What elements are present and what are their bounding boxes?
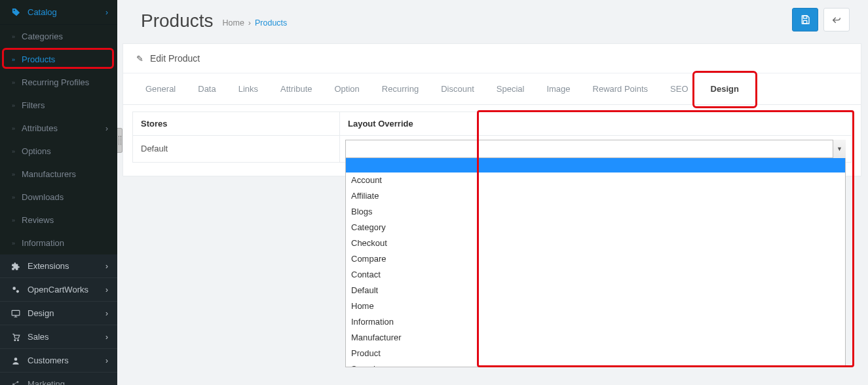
svg-point-2 (16, 290, 19, 293)
sidebar-item-information[interactable]: » Information (0, 232, 117, 254)
panel-heading-label: Edit Product (150, 53, 200, 64)
tab-reward-points[interactable]: Reward Points (582, 73, 659, 104)
sidebar-item-products[interactable]: » Products (0, 48, 117, 71)
dropdown-option[interactable]: Blogs (346, 204, 845, 220)
sidebar-item-label: Extensions (28, 261, 69, 271)
dropdown-toggle[interactable]: ▼ (833, 140, 846, 158)
double-chevron-icon: » (12, 217, 15, 224)
tab-attribute[interactable]: Attribute (270, 73, 322, 104)
layout-override-header: Layout Override (340, 112, 852, 136)
svg-rect-3 (12, 310, 20, 315)
dropdown-option[interactable]: Information (346, 314, 845, 330)
dropdown-list-inner[interactable]: Account Affiliate Blogs Category Checkou… (346, 158, 845, 367)
tab-discount[interactable]: Discount (430, 73, 485, 104)
sidebar-item-label: Attributes (22, 123, 58, 133)
dropdown-option[interactable]: Affiliate (346, 188, 845, 204)
sidebar-item-label: Products (22, 54, 55, 64)
edit-product-panel: ✎ Edit Product General Data Links Attrib… (123, 43, 861, 176)
cart-icon (9, 333, 22, 342)
sidebar-item-label: Marketing (28, 379, 65, 385)
layout-override-input[interactable] (345, 140, 846, 158)
double-chevron-icon: » (12, 79, 15, 86)
tab-image[interactable]: Image (536, 73, 580, 104)
dropdown-option[interactable]: Category (346, 220, 845, 235)
sidebar-item-opencartworks[interactable]: OpenCartWorks › (0, 278, 117, 302)
breadcrumb-home[interactable]: Home (223, 18, 244, 28)
dropdown-option[interactable]: Manufacturer (346, 330, 845, 346)
back-button[interactable] (823, 8, 850, 31)
double-chevron-icon: » (12, 240, 15, 247)
sidebar-item-design[interactable]: Design › (0, 302, 117, 325)
svg-point-4 (14, 339, 16, 340)
sidebar-item-label: Categories (22, 31, 63, 41)
sidebar-item-attributes[interactable]: » Attributes › (0, 117, 117, 140)
svg-point-5 (18, 339, 19, 340)
save-icon (800, 14, 810, 25)
save-button[interactable] (792, 8, 818, 31)
sidebar-item-manufacturers[interactable]: » Manufacturers (0, 163, 117, 186)
header-actions (792, 8, 850, 31)
tab-links[interactable]: Links (228, 73, 269, 104)
puzzle-icon (9, 262, 22, 271)
pencil-icon: ✎ (136, 54, 143, 64)
chevron-right-icon: › (105, 262, 108, 271)
tab-design-label: Design (711, 84, 739, 94)
double-chevron-icon: » (12, 171, 15, 178)
dropdown-option-blank[interactable] (346, 158, 845, 172)
svg-point-8 (16, 381, 18, 383)
double-chevron-icon: » (12, 33, 15, 40)
double-chevron-icon: » (12, 56, 15, 63)
dropdown-option[interactable]: Default (346, 283, 845, 298)
main-content: Products Home › Products ✎ Edit Product … (123, 0, 868, 385)
chevron-right-icon: › (105, 309, 108, 318)
breadcrumb-products[interactable]: Products (255, 18, 287, 28)
form-area: Stores Layout Override Default ▼ (123, 105, 861, 176)
sidebar-item-sales[interactable]: Sales › (0, 325, 117, 349)
sidebar-collapse-handle[interactable] (117, 128, 123, 153)
sidebar-catalog-header[interactable]: Catalog › (0, 0, 117, 25)
sidebar-catalog-label: Catalog (28, 7, 57, 17)
chevron-right-icon: › (105, 285, 108, 294)
breadcrumb-separator: › (248, 18, 251, 28)
sidebar-item-label: OpenCartWorks (28, 285, 88, 294)
dropdown-option[interactable]: Compare (346, 251, 845, 267)
breadcrumb: Home › Products (223, 18, 288, 28)
tab-design[interactable]: Design (700, 73, 749, 104)
sidebar-item-label: Downloads (22, 192, 64, 202)
dropdown-option[interactable]: Contact (346, 267, 845, 283)
dropdown-option[interactable]: Product (346, 346, 845, 361)
sidebar-item-customers[interactable]: Customers › (0, 349, 117, 373)
tab-seo[interactable]: SEO (660, 73, 698, 104)
share-icon (9, 380, 22, 386)
dropdown-option[interactable]: Home (346, 298, 845, 314)
tab-option[interactable]: Option (324, 73, 370, 104)
tabs: General Data Links Attribute Option Recu… (123, 73, 861, 105)
sidebar-item-extensions[interactable]: Extensions › (0, 254, 117, 278)
tab-general[interactable]: General (135, 73, 186, 104)
sidebar-item-label: Design (28, 308, 54, 318)
sidebar-item-marketing[interactable]: Marketing (0, 373, 117, 385)
sidebar-item-categories[interactable]: » Categories (0, 25, 117, 48)
sidebar-item-filters[interactable]: » Filters (0, 94, 117, 117)
sidebar-item-recurring-profiles[interactable]: » Recurring Profiles (0, 71, 117, 94)
reply-icon (831, 14, 842, 25)
sidebar-item-options[interactable]: » Options (0, 140, 117, 163)
tab-special[interactable]: Special (486, 73, 535, 104)
monitor-icon (9, 309, 22, 318)
dropdown-option[interactable]: Search (346, 361, 845, 367)
page-header: Products Home › Products (123, 7, 868, 43)
sidebar-item-label: Filters (22, 100, 45, 110)
chevron-right-icon: › (105, 356, 108, 365)
chevron-right-icon: › (105, 333, 108, 342)
dropdown-list: Account Affiliate Blogs Category Checkou… (345, 158, 846, 367)
tab-data[interactable]: Data (187, 73, 226, 104)
dropdown-option[interactable]: Account (346, 172, 845, 188)
tab-recurring[interactable]: Recurring (371, 73, 429, 104)
layout-override-dropdown[interactable]: ▼ Account Affiliate Blogs Category Check… (345, 140, 846, 158)
dropdown-option[interactable]: Checkout (346, 235, 845, 251)
sidebar-item-reviews[interactable]: » Reviews (0, 209, 117, 232)
double-chevron-icon: » (12, 125, 15, 132)
sidebar-item-downloads[interactable]: » Downloads (0, 186, 117, 209)
svg-point-1 (12, 287, 16, 290)
sidebar: Catalog › » Categories » Products » Recu… (0, 0, 117, 385)
